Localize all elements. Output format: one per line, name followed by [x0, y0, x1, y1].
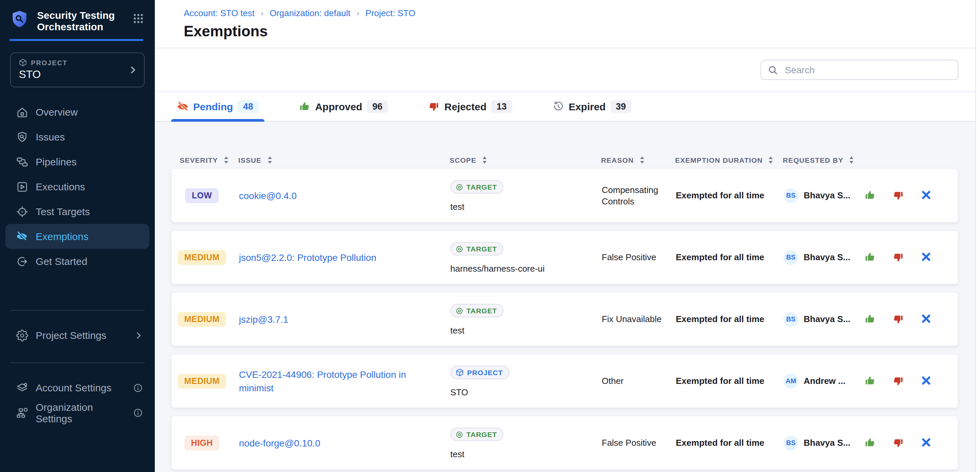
approve-button[interactable] — [864, 437, 876, 448]
requester-name: Andrew ... — [803, 376, 845, 386]
scope-name: STO — [450, 387, 468, 398]
sidebar-item-pipelines[interactable]: Pipelines — [5, 149, 150, 174]
gear-icon — [16, 329, 28, 341]
scope-cell: TARGETharness/harness-core-ui — [445, 231, 592, 274]
search-box[interactable] — [760, 60, 958, 80]
cancel-button[interactable] — [921, 313, 932, 325]
column-label: EXEMPTION DURATION — [675, 156, 763, 164]
approve-button[interactable] — [864, 375, 876, 386]
exemption-row[interactable]: LOWcookie@0.4.0TARGETtestCompensating Co… — [171, 168, 958, 223]
cancel-button[interactable] — [921, 375, 932, 386]
column-header-reason[interactable]: REASON — [591, 156, 673, 164]
issue-link[interactable]: json5@2.2.0: Prototype Pollution — [239, 252, 376, 263]
requester-name: Bhavya S... — [803, 190, 850, 200]
sidebar-item-organization-settings[interactable]: Organization Settings — [5, 400, 150, 425]
tab-expired[interactable]: Expired39 — [547, 92, 637, 121]
module-grid-icon[interactable] — [133, 13, 144, 24]
cancel-button[interactable] — [921, 252, 932, 263]
row-actions — [857, 437, 958, 448]
pipelines-icon — [16, 156, 28, 168]
cancel-button[interactable] — [921, 190, 932, 201]
sort-icon — [639, 156, 644, 164]
breadcrumb-link[interactable]: Account: STO test — [184, 8, 255, 18]
exemption-row[interactable]: MEDIUMjszip@3.7.1TARGETtestFix Unavailab… — [171, 292, 958, 346]
column-header-issue[interactable]: ISSUE — [232, 156, 444, 164]
scope-cell: TARGETtest — [445, 293, 592, 336]
duration-cell: Exempted for all time — [674, 190, 778, 200]
module-accent-bar — [10, 39, 143, 41]
duration-cell: Exempted for all time — [674, 438, 778, 448]
severity-cell: LOW — [172, 188, 232, 203]
cancel-button[interactable] — [921, 437, 932, 448]
sidebar-item-project-settings[interactable]: Project Settings — [5, 323, 150, 348]
column-header-scope[interactable]: SCOPE — [444, 156, 591, 164]
exemption-row[interactable]: HIGHnode-forge@0.10.0TARGETtestFalse Pos… — [171, 415, 958, 470]
target-chip-icon — [456, 183, 463, 191]
issue-link[interactable]: jszip@3.7.1 — [239, 314, 288, 325]
row-actions — [857, 190, 958, 201]
approve-button[interactable] — [864, 252, 876, 263]
sidebar-item-account-settings[interactable]: Account Settings — [5, 375, 150, 400]
column-header-exemption-duration[interactable]: EXEMPTION DURATION — [673, 156, 777, 164]
sort-icon — [849, 156, 854, 164]
sidebar-item-get-started[interactable]: Get Started — [5, 249, 150, 274]
scope-cell: PROJECTSTO — [445, 354, 592, 398]
sidebar-item-exemptions[interactable]: Exemptions — [5, 224, 150, 249]
reject-button[interactable] — [892, 437, 904, 448]
chevron-right-icon — [129, 65, 137, 74]
scope-type-chip: TARGET — [450, 304, 504, 317]
requester-name: Bhavya S... — [803, 314, 850, 324]
info-icon[interactable] — [133, 408, 143, 417]
sidebar-item-issues[interactable]: Issues — [5, 124, 150, 149]
sidebar-item-overview[interactable]: Overview — [5, 100, 150, 124]
tab-approved[interactable]: Approved96 — [293, 92, 394, 121]
scope-type-chip: TARGET — [450, 428, 504, 441]
approve-button[interactable] — [864, 313, 876, 325]
breadcrumb: Account: STO test›Organization: default›… — [184, 8, 980, 18]
issue-link[interactable]: cookie@0.4.0 — [239, 190, 297, 201]
project-selector[interactable]: PROJECT STO — [10, 52, 145, 87]
project-selector-label: PROJECT — [19, 59, 136, 67]
sort-icon — [267, 156, 272, 164]
reject-button[interactable] — [892, 313, 904, 325]
requested-by-cell: AMAndrew ... — [778, 374, 857, 388]
breadcrumb-link[interactable]: Project: STO — [366, 8, 415, 18]
exemption-row[interactable]: MEDIUMCVE-2021-44906: Prototype Pollutio… — [171, 354, 958, 408]
requester-name: Bhavya S... — [803, 252, 850, 262]
tab-pending[interactable]: Pending48 — [171, 92, 264, 121]
avatar: AM — [783, 374, 798, 388]
vertical-scrollbar[interactable] — [975, 0, 980, 472]
reject-button[interactable] — [892, 252, 904, 263]
info-icon[interactable] — [133, 383, 143, 392]
reason-cell: False Positive — [592, 437, 674, 448]
reason-cell: Compensating Controls — [592, 184, 674, 207]
toolbar — [155, 48, 980, 92]
duration-cell: Exempted for all time — [674, 376, 778, 386]
target-chip-icon — [456, 245, 463, 252]
issue-link[interactable]: CVE-2021-44906: Prototype Pollution in m… — [239, 369, 406, 393]
get-started-icon — [16, 255, 28, 267]
column-label: REQUESTED BY — [783, 156, 843, 164]
breadcrumb-link[interactable]: Organization: default — [270, 8, 350, 18]
reason-cell: Fix Unavailable — [592, 313, 674, 325]
clock-icon — [553, 101, 564, 112]
sto-shield-logo-icon — [11, 10, 28, 30]
exemption-row[interactable]: MEDIUMjson5@2.2.0: Prototype PollutionTA… — [171, 230, 958, 284]
duration-cell: Exempted for all time — [674, 314, 778, 324]
sidebar-item-test-targets[interactable]: Test Targets — [5, 199, 150, 224]
cube-chip-icon — [456, 369, 464, 377]
tab-rejected[interactable]: Rejected13 — [422, 92, 518, 121]
target-chip-icon — [456, 307, 463, 314]
sidebar-item-label: Overview — [36, 106, 78, 118]
reject-button[interactable] — [892, 375, 904, 386]
sidebar-item-executions[interactable]: Executions — [5, 174, 150, 199]
avatar: BS — [783, 188, 798, 203]
approve-button[interactable] — [864, 190, 876, 201]
sort-icon — [768, 156, 773, 164]
reject-button[interactable] — [892, 190, 904, 201]
search-input[interactable] — [783, 64, 951, 76]
issue-link[interactable]: node-forge@0.10.0 — [239, 437, 320, 448]
column-header-requested-by[interactable]: REQUESTED BY — [777, 156, 856, 164]
sidebar-item-label: Issues — [36, 131, 65, 143]
column-header-severity[interactable]: SEVERITY — [171, 156, 232, 164]
